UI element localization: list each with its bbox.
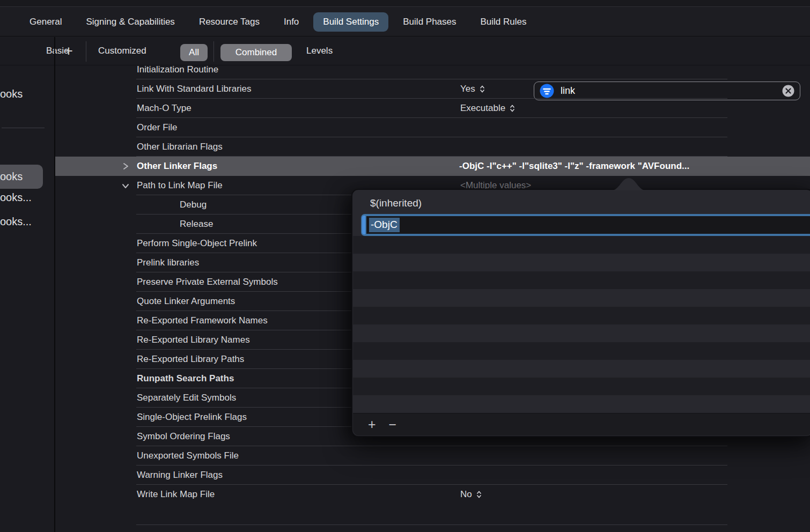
sidebar-section-divider: [2, 128, 45, 128]
toolbar-separator: [213, 41, 214, 62]
setting-label: Write Link Map File: [137, 485, 215, 504]
value-stepper-icon[interactable]: [480, 85, 485, 93]
setting-row-initialization-routine[interactable]: Initialization Routine: [55, 65, 810, 79]
setting-label: Link With Standard Libraries: [137, 79, 252, 99]
setting-value[interactable]: Executable: [460, 99, 795, 118]
disclosure-down-icon[interactable]: [122, 176, 129, 195]
setting-row-unexported-symbols-file[interactable]: Unexported Symbols File: [55, 446, 810, 466]
remove-value-button[interactable]: −: [389, 418, 397, 431]
disclosure-right-icon[interactable]: [123, 157, 129, 176]
window-top-strip: [0, 0, 810, 7]
setting-label: Perform Single-Object Prelink: [137, 234, 257, 253]
setting-value-text: -ObjC -l"c++" -l"sqlite3" -l"z" -framewo…: [459, 161, 689, 172]
tab-signing-capabilities[interactable]: Signing & Capabilities: [86, 17, 174, 27]
tab-resource-tags[interactable]: Resource Tags: [199, 17, 260, 27]
tab-general[interactable]: General: [30, 17, 62, 27]
setting-label: Mach-O Type: [137, 99, 192, 118]
setting-label: Order File: [137, 118, 178, 137]
value-editor-popover: $(inherited) -ObjC + −: [351, 189, 810, 437]
setting-value[interactable]: Yes: [460, 79, 795, 99]
setting-label: Separately Edit Symbols: [137, 388, 236, 408]
setting-label: Re-Exported Library Paths: [137, 350, 244, 369]
popover-arrow: [612, 178, 646, 190]
setting-label: Quote Linker Arguments: [137, 292, 235, 311]
build-settings-toolbar: + BasicCustomizedAllCombinedLevels link: [0, 37, 810, 65]
setting-label: Warning Linker Flags: [137, 466, 223, 485]
scope-all[interactable]: All: [180, 44, 208, 61]
setting-row-other-librarian-flags[interactable]: Other Librarian Flags: [55, 137, 810, 157]
setting-label: Re-Exported Library Names: [137, 330, 250, 350]
value-edit-field[interactable]: -ObjC: [366, 216, 810, 234]
scope-combined[interactable]: Combined: [220, 44, 292, 61]
scope-basic[interactable]: Basic: [46, 37, 69, 65]
setting-value[interactable]: No: [460, 485, 795, 504]
toolbar-separator: [86, 41, 86, 62]
selected-text: -ObjC: [369, 218, 400, 232]
inherited-value-label: $(inherited): [370, 197, 422, 209]
popover-toolbar: + −: [353, 413, 810, 435]
tab-build-settings[interactable]: Build Settings: [313, 12, 388, 32]
setting-label: Release: [180, 215, 213, 234]
setting-label: Initialization Routine: [137, 65, 218, 79]
scope-levels[interactable]: Levels: [306, 37, 333, 65]
value-stepper-icon[interactable]: [510, 104, 515, 113]
setting-row-order-file[interactable]: Order File: [55, 118, 810, 137]
project-editor-tab-bar: GeneralSigning & CapabilitiesResource Ta…: [0, 8, 810, 36]
setting-value-text: Yes: [460, 84, 475, 94]
setting-label: Unexported Symbols File: [137, 446, 239, 466]
popover-empty-rows: [353, 236, 810, 413]
setting-label: Other Librarian Flags: [137, 137, 223, 157]
table-end-divider: [136, 524, 727, 525]
sidebar-item-selected[interactable]: ooks: [0, 165, 43, 189]
scope-customized[interactable]: Customized: [98, 37, 146, 65]
setting-label: Single-Object Prelink Flags: [137, 408, 247, 427]
setting-label: Symbol Ordering Flags: [137, 427, 230, 446]
tab-info[interactable]: Info: [284, 17, 299, 27]
setting-label: Prelink libraries: [137, 253, 199, 272]
targets-sidebar: ooksooksooks...ooks...: [0, 65, 54, 532]
sidebar-item[interactable]: ooks...: [0, 213, 32, 230]
setting-row-warning-linker-flags[interactable]: Warning Linker Flags: [55, 466, 810, 485]
tab-build-phases[interactable]: Build Phases: [403, 17, 456, 27]
setting-label: Other Linker Flags: [137, 157, 217, 176]
setting-value[interactable]: -ObjC -l"c++" -l"sqlite3" -l"z" -framewo…: [459, 157, 795, 176]
setting-label: Runpath Search Paths: [137, 369, 234, 388]
setting-row-link-with-standard-libraries[interactable]: Link With Standard LibrariesYes: [55, 79, 810, 99]
xcode-build-settings-window: GeneralSigning & CapabilitiesResource Ta…: [0, 0, 810, 532]
setting-label: Preserve Private External Symbols: [137, 272, 278, 292]
popover-row-editing[interactable]: -ObjC: [361, 214, 810, 236]
setting-label: Re-Exported Framework Names: [137, 311, 268, 330]
popover-row-inherited[interactable]: $(inherited): [362, 193, 810, 214]
setting-value-text: No: [460, 489, 472, 500]
add-value-button[interactable]: +: [368, 418, 376, 431]
editing-row-accent: [362, 216, 365, 234]
setting-row-mach-o-type[interactable]: Mach-O TypeExecutable: [55, 99, 810, 118]
setting-label: Debug: [180, 195, 207, 215]
setting-row-other-linker-flags[interactable]: Other Linker Flags-ObjC -l"c++" -l"sqlit…: [55, 157, 810, 176]
value-stepper-icon[interactable]: [476, 490, 482, 499]
setting-row-write-link-map-file[interactable]: Write Link Map FileNo: [55, 485, 810, 504]
sidebar-item[interactable]: ooks...: [0, 189, 32, 205]
sidebar-item[interactable]: ooks: [0, 86, 23, 102]
setting-label: Path to Link Map File: [137, 176, 223, 195]
sidebar-divider: [54, 37, 55, 532]
setting-value-text: Executable: [460, 103, 505, 114]
tab-build-rules[interactable]: Build Rules: [481, 17, 527, 27]
